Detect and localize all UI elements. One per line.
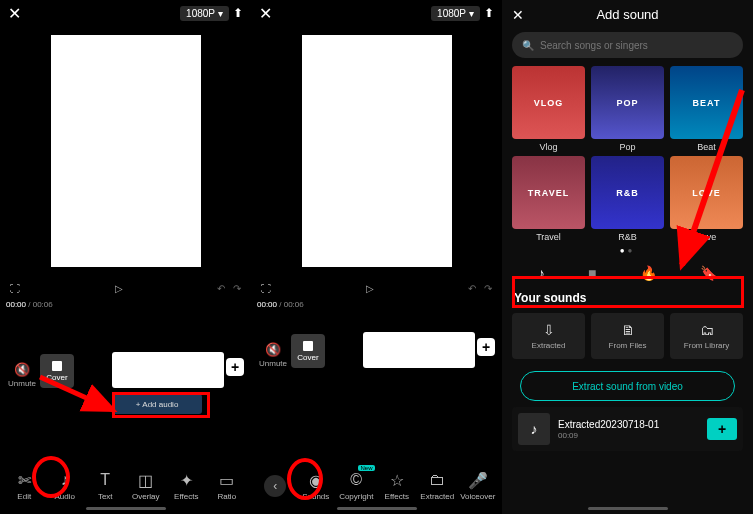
undo-icon[interactable]: ↶	[468, 283, 476, 294]
cover-button[interactable]: Cover	[40, 354, 74, 388]
video-clip[interactable]	[112, 352, 224, 388]
category-travel[interactable]: TRAVELTravel	[512, 156, 585, 242]
quality-select[interactable]: 1080P▾	[180, 6, 229, 21]
speaker-icon: 🔇	[8, 362, 36, 377]
play-icon[interactable]: ▷	[115, 283, 123, 294]
cat-label: Travel	[512, 232, 585, 242]
add-clip-button[interactable]: +	[226, 358, 244, 376]
timecode: 00:00 / 00:06	[251, 300, 502, 312]
scissors-icon: ✄	[18, 471, 31, 489]
effects-tool[interactable]: ✦Effects	[166, 471, 207, 501]
ratio-icon: ▭	[219, 471, 234, 489]
category-pop[interactable]: POPPop	[591, 66, 664, 152]
unmute-button[interactable]: 🔇Unmute	[259, 342, 287, 368]
category-vlog[interactable]: VLOGVlog	[512, 66, 585, 152]
extracted-tool[interactable]: 🗀Extracted	[417, 471, 458, 501]
search-field[interactable]	[540, 40, 733, 51]
opt-from-files[interactable]: 🗎From Files	[591, 313, 664, 359]
sound-name: Extracted20230718-01	[558, 419, 699, 430]
unmute-label: Unmute	[8, 379, 36, 388]
export-icon[interactable]: ⬆	[233, 6, 243, 20]
category-love[interactable]: LOVELove	[670, 156, 743, 242]
tab-folder[interactable]: ■	[588, 265, 596, 281]
sound-item[interactable]: ♪ Extracted20230718-01 00:09 +	[512, 407, 743, 451]
speaker-icon: 🔇	[259, 342, 287, 357]
opt-extracted[interactable]: ⇩Extracted	[512, 313, 585, 359]
chevron-down-icon: ▾	[218, 8, 223, 19]
opt-from-library[interactable]: 🗂From Library	[670, 313, 743, 359]
quality-select[interactable]: 1080P▾	[431, 6, 480, 21]
cat-thumb: VLOG	[512, 66, 585, 139]
category-beat[interactable]: BEATBeat	[670, 66, 743, 152]
fullscreen-icon[interactable]: ⛶	[10, 283, 20, 294]
quality-label: 1080P	[186, 8, 215, 19]
extract-label: Extract sound from video	[572, 381, 683, 392]
cat-thumb: R&B	[591, 156, 664, 229]
cover-thumb	[52, 361, 62, 371]
tool-label: Audio	[55, 492, 75, 501]
video-canvas	[302, 35, 452, 267]
add-sound-button[interactable]: +	[707, 418, 737, 440]
tool-label: Overlay	[132, 492, 160, 501]
ratio-tool[interactable]: ▭Ratio	[207, 471, 248, 501]
copyright-tool[interactable]: New©Copyright	[336, 471, 377, 501]
extract-icon: ⇩	[543, 322, 555, 338]
sound-duration: 00:09	[558, 431, 699, 440]
overlay-tool[interactable]: ◫Overlay	[126, 471, 167, 501]
music-note-icon: ♪	[518, 413, 550, 445]
tool-label: Copyright	[339, 492, 373, 501]
close-icon[interactable]: ✕	[512, 7, 524, 23]
cover-button[interactable]: Cover	[291, 334, 325, 368]
opt-label: From Files	[609, 341, 647, 350]
sound-effects-tool[interactable]: ☆Effects	[377, 471, 418, 501]
close-icon[interactable]: ✕	[8, 4, 21, 23]
chevron-left-icon: ‹	[264, 475, 286, 497]
chevron-down-icon: ▾	[469, 8, 474, 19]
add-clip-button[interactable]: +	[477, 338, 495, 356]
tab-tiktok[interactable]: ♪	[538, 265, 545, 281]
home-indicator	[337, 507, 417, 510]
add-audio-label: Add audio	[142, 400, 178, 409]
tool-label: Effects	[385, 492, 409, 501]
back-button[interactable]: ‹	[255, 475, 296, 497]
unmute-button[interactable]: 🔇Unmute	[8, 362, 36, 388]
edit-tool[interactable]: ✄Edit	[4, 471, 45, 501]
star-icon: ☆	[390, 471, 404, 489]
export-icon[interactable]: ⬆	[484, 6, 494, 20]
play-icon[interactable]: ▷	[366, 283, 374, 294]
category-rnb[interactable]: R&BR&B	[591, 156, 664, 242]
music-note-icon: ♪	[61, 471, 69, 489]
folder-icon: 🗀	[429, 471, 445, 489]
fullscreen-icon[interactable]: ⛶	[261, 283, 271, 294]
overlay-icon: ◫	[138, 471, 153, 489]
voiceover-tool[interactable]: 🎤Voiceover	[458, 471, 499, 501]
undo-icon[interactable]: ↶	[217, 283, 225, 294]
cat-thumb: POP	[591, 66, 664, 139]
effects-icon: ✦	[180, 471, 193, 489]
opt-label: Extracted	[532, 341, 566, 350]
cat-label: Vlog	[512, 142, 585, 152]
unmute-label: Unmute	[259, 359, 287, 368]
cat-label: Love	[670, 232, 743, 242]
text-icon: T	[100, 471, 110, 489]
add-audio-track[interactable]: Add audio	[112, 394, 202, 414]
copyright-icon: ©	[350, 471, 362, 489]
audio-tool[interactable]: ♪Audio	[45, 471, 86, 501]
tool-label: Ratio	[217, 492, 236, 501]
close-icon[interactable]: ✕	[259, 4, 272, 23]
redo-icon[interactable]: ↷	[233, 283, 241, 294]
sounds-tool[interactable]: ◉Sounds	[296, 471, 337, 501]
extract-sound-button[interactable]: Extract sound from video	[520, 371, 735, 401]
tool-label: Sounds	[302, 492, 329, 501]
redo-icon[interactable]: ↷	[484, 283, 492, 294]
cover-label: Cover	[297, 353, 318, 362]
text-tool[interactable]: TText	[85, 471, 126, 501]
video-clip[interactable]	[363, 332, 475, 368]
tab-bookmark[interactable]: 🔖	[700, 265, 717, 281]
tool-label: Effects	[174, 492, 198, 501]
new-badge: New	[358, 465, 374, 471]
tab-trending[interactable]: 🔥	[640, 265, 657, 281]
your-sounds-title: Your sounds	[502, 287, 753, 309]
opt-label: From Library	[684, 341, 729, 350]
search-input[interactable]: 🔍	[512, 32, 743, 58]
